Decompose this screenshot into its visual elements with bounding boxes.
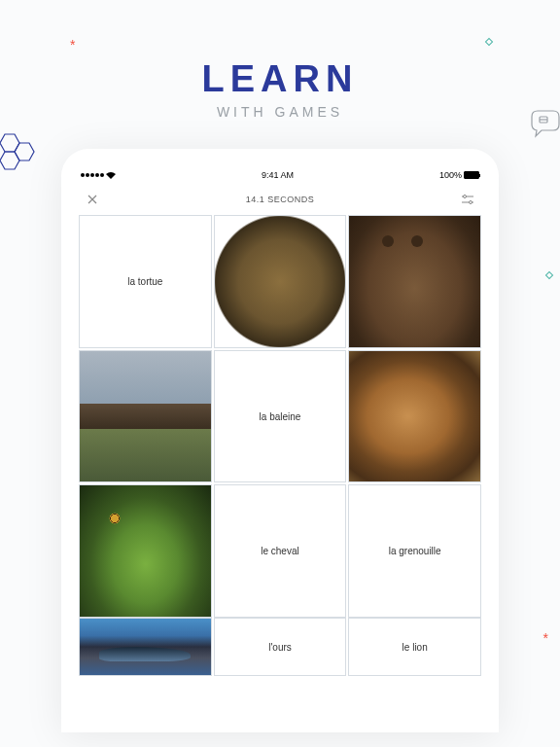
lion-image: [349, 351, 480, 482]
marketing-header: LEARN WITH GAMES: [0, 0, 560, 149]
status-time: 9:41 AM: [262, 170, 294, 180]
settings-button[interactable]: [460, 192, 475, 207]
card-image-turtle[interactable]: [214, 215, 347, 348]
svg-marker-2: [0, 152, 19, 169]
bear-image: [349, 216, 480, 347]
signal-icon: [81, 173, 104, 177]
wifi-icon: [106, 172, 116, 179]
card-image-horse[interactable]: [79, 350, 212, 483]
marketing-subtitle: WITH GAMES: [0, 104, 560, 120]
frog-image: [80, 485, 211, 617]
battery-icon: [464, 171, 479, 179]
app-header: 14.1 SECONDS: [75, 184, 485, 215]
decoration-star: *: [543, 630, 548, 646]
sliders-icon: [461, 194, 474, 205]
card-image-lion[interactable]: [348, 350, 481, 483]
decoration-diamond: [545, 271, 553, 279]
card-label: le cheval: [261, 546, 298, 556]
turtle-image: [215, 216, 346, 347]
close-button[interactable]: [85, 192, 100, 207]
card-text[interactable]: l'ours: [214, 618, 347, 676]
svg-point-6: [464, 196, 467, 198]
card-label: la tortue: [127, 276, 162, 287]
card-label: l'ours: [268, 642, 292, 653]
timer-label: 14.1 SECONDS: [246, 195, 315, 204]
card-text[interactable]: le lion: [348, 618, 481, 676]
card-image-frog[interactable]: [79, 484, 212, 618]
status-bar: 9:41 AM 100%: [75, 166, 485, 184]
battery-percent: 100%: [439, 170, 462, 180]
card-image-whale[interactable]: [79, 618, 212, 676]
svg-point-8: [470, 201, 472, 204]
close-icon: [87, 194, 98, 205]
card-text[interactable]: la baleine: [214, 350, 347, 483]
device-frame: 9:41 AM 100% 14.1 SECONDS la tor: [61, 149, 499, 732]
horse-image: [80, 351, 211, 482]
whale-image: [80, 619, 211, 675]
app-screen: 9:41 AM 100% 14.1 SECONDS la tor: [75, 166, 485, 732]
card-label: la baleine: [260, 411, 301, 422]
card-label: le lion: [402, 642, 428, 653]
marketing-title: LEARN: [0, 58, 560, 100]
card-text[interactable]: le cheval: [214, 484, 347, 618]
card-label: la grenouille: [389, 546, 441, 556]
card-image-bear[interactable]: [348, 215, 481, 348]
card-text[interactable]: la tortue: [79, 215, 212, 348]
game-grid: la tortue la baleine le cheval la grenou…: [75, 215, 485, 618]
game-grid-row4: l'ours le lion: [75, 618, 485, 676]
card-text[interactable]: la grenouille: [348, 484, 481, 618]
